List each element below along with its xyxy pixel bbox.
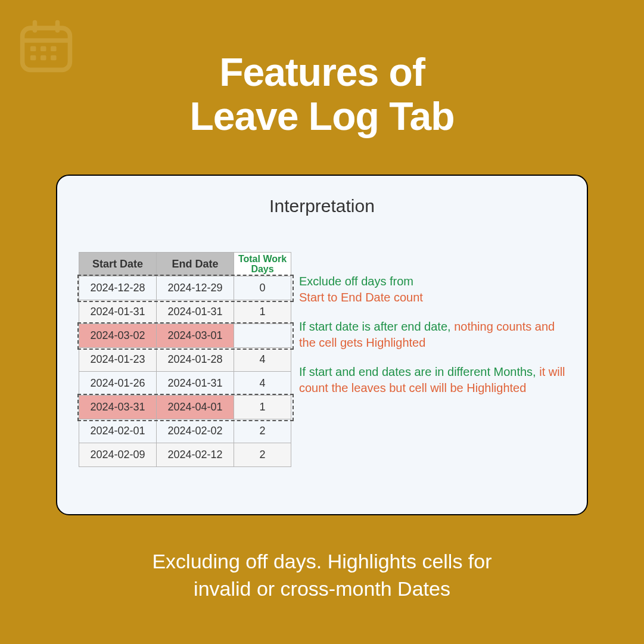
cell-start: 2024-03-02 xyxy=(79,324,157,348)
panel-title: Interpretation xyxy=(75,196,569,216)
notes-column: Exclude off days from Start to End Date … xyxy=(299,252,569,409)
table-row: 2024-02-092024-02-122 xyxy=(79,443,292,467)
cell-end: 2024-01-28 xyxy=(157,348,234,372)
th-twd-l1: Total Work xyxy=(238,254,287,264)
cell-end: 2024-03-01 xyxy=(157,324,234,348)
cell-end: 2024-01-31 xyxy=(157,372,234,396)
note3-a: If start and end dates are in different … xyxy=(299,365,539,378)
table-row: 2024-03-022024-03-01 xyxy=(79,324,292,348)
cell-twd: 4 xyxy=(234,372,291,396)
note-exclude-off-days: Exclude off days from Start to End Date … xyxy=(299,273,569,306)
note2-a: If start date is after end date, xyxy=(299,320,454,333)
note-cross-month: If start and end dates are in different … xyxy=(299,364,569,396)
table-row: 2024-12-282024-12-290 xyxy=(79,276,292,300)
cell-end: 2024-01-31 xyxy=(157,300,234,324)
page-title: Features of Leave Log Tab xyxy=(0,51,644,139)
th-twd: Total Work Days xyxy=(234,253,291,276)
table-row: 2024-02-012024-02-022 xyxy=(79,419,292,443)
cell-end: 2024-12-29 xyxy=(157,276,234,300)
leave-table: Start Date End Date Total Work Days 2024… xyxy=(79,252,292,467)
cell-twd: 4 xyxy=(234,348,291,372)
table-row: 2024-01-262024-01-314 xyxy=(79,372,292,396)
title-line1: Features of xyxy=(219,50,425,94)
note1-a: Exclude off days from xyxy=(299,275,413,288)
cell-end: 2024-04-01 xyxy=(157,396,234,419)
title-line2: Leave Log Tab xyxy=(189,94,454,138)
cell-start: 2024-01-23 xyxy=(79,348,157,372)
cell-start: 2024-03-31 xyxy=(79,396,157,419)
interpretation-panel: Interpretation Start Date End Date Total… xyxy=(56,175,588,515)
cell-start: 2024-12-28 xyxy=(79,276,157,300)
cell-twd: 2 xyxy=(234,419,291,443)
cell-end: 2024-02-12 xyxy=(157,443,234,467)
note-invalid-range: If start date is after end date, nothing… xyxy=(299,319,569,351)
cell-twd: 2 xyxy=(234,443,291,467)
cell-start: 2024-02-01 xyxy=(79,419,157,443)
th-twd-l2: Days xyxy=(251,264,273,274)
table-row: 2024-01-232024-01-284 xyxy=(79,348,292,372)
cell-end: 2024-02-02 xyxy=(157,419,234,443)
footer-l2: invalid or cross-month Dates xyxy=(194,577,450,600)
footer-l1: Excluding off days. Highlights cells for xyxy=(152,550,491,573)
footer-caption: Excluding off days. Highlights cells for… xyxy=(0,548,644,603)
cell-start: 2024-02-09 xyxy=(79,443,157,467)
table-row: 2024-03-312024-04-011 xyxy=(79,396,292,419)
cell-start: 2024-01-26 xyxy=(79,372,157,396)
cell-twd: 1 xyxy=(234,300,291,324)
th-end: End Date xyxy=(157,253,234,276)
cell-twd: 1 xyxy=(234,396,291,419)
cell-start: 2024-01-31 xyxy=(79,300,157,324)
cell-twd: 0 xyxy=(234,276,291,300)
note1-b: Start to End Date count xyxy=(299,291,423,304)
table-row: 2024-01-312024-01-311 xyxy=(79,300,292,324)
th-start: Start Date xyxy=(79,253,157,276)
table-header-row: Start Date End Date Total Work Days xyxy=(79,253,292,276)
cell-twd xyxy=(234,324,291,348)
